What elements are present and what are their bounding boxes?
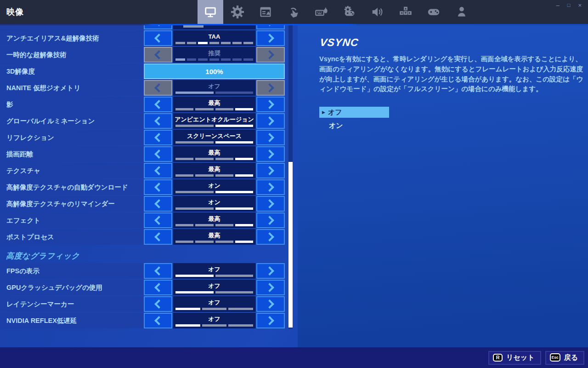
- setting-row: アンチエイリアス&超解像技術 TAA: [0, 30, 285, 46]
- setting-value-box[interactable]: 最高: [173, 163, 255, 178]
- setting-value: スクリーンスペース: [173, 130, 255, 141]
- chevron-left-icon: [154, 266, 164, 276]
- reset-button[interactable]: R リセット: [488, 351, 541, 365]
- decrease-button[interactable]: [144, 146, 172, 162]
- resolution-slider[interactable]: 100%: [144, 63, 285, 79]
- setting-value-box[interactable]: スクリーンスペース: [173, 130, 255, 145]
- segment: [235, 224, 253, 226]
- setting-value-box[interactable]: オフ: [173, 280, 255, 295]
- increase-button[interactable]: [256, 196, 285, 212]
- decrease-button[interactable]: [144, 280, 172, 295]
- tab-audio[interactable]: [363, 0, 391, 24]
- back-button-label: 戻る: [564, 353, 578, 362]
- setting-value-box[interactable]: オフ: [173, 263, 255, 279]
- increase-button[interactable]: [256, 25, 285, 29]
- segment: [235, 174, 253, 177]
- increase-button[interactable]: [256, 213, 285, 228]
- setting-value-box[interactable]: オフ: [173, 313, 255, 328]
- increase-button[interactable]: [256, 113, 285, 129]
- tab-account[interactable]: [447, 0, 475, 24]
- setting-value-box[interactable]: TAA: [173, 30, 255, 46]
- decrease-button[interactable]: [144, 97, 172, 112]
- chevron-left-icon: [154, 34, 164, 43]
- increase-button[interactable]: [256, 296, 285, 312]
- setting-value-box[interactable]: オフ: [173, 296, 255, 312]
- setting-value-box[interactable]: オン: [173, 179, 255, 195]
- decrease-button[interactable]: [144, 229, 172, 245]
- increase-button[interactable]: [256, 130, 285, 145]
- increase-button[interactable]: [256, 263, 285, 279]
- setting-value-box[interactable]: オン: [173, 196, 255, 212]
- chevron-left-icon: [154, 166, 164, 175]
- decrease-button[interactable]: [144, 296, 172, 312]
- decrease-button[interactable]: [144, 313, 172, 328]
- segment: [215, 174, 233, 177]
- decrease-button[interactable]: [144, 179, 172, 195]
- key-badge-esc: Esc: [550, 353, 560, 362]
- tab-video-display[interactable]: [198, 0, 223, 24]
- maximize-icon[interactable]: □: [567, 2, 571, 8]
- decrease-button[interactable]: [144, 30, 172, 46]
- chevron-left-icon: [154, 316, 164, 325]
- setting-row: テクスチャ 最高: [0, 163, 285, 178]
- setting-value-box: 推奨: [173, 47, 255, 63]
- touch-icon: [287, 5, 300, 19]
- vsync-option-selected[interactable]: ▶オフ: [319, 107, 389, 118]
- setting-value-box[interactable]: [173, 25, 255, 29]
- tab-keyboard-mouse[interactable]: [307, 0, 335, 24]
- chevron-right-icon: [265, 100, 274, 109]
- tab-controller-options[interactable]: [335, 0, 363, 24]
- setting-value-box[interactable]: 最高: [173, 229, 255, 245]
- setting-row: 高解像度テクスチャのリマインダー オン: [0, 196, 285, 212]
- decrease-button[interactable]: [144, 196, 172, 212]
- back-button[interactable]: Esc 戻る: [545, 351, 584, 365]
- increase-button[interactable]: [256, 97, 285, 112]
- tab-interface[interactable]: [251, 0, 279, 24]
- setting-value-box[interactable]: 最高: [173, 97, 255, 112]
- setting-value-box[interactable]: アンビエントオクルージョン: [173, 113, 255, 129]
- setting-label: 描画距離: [0, 146, 144, 162]
- setting-value-box[interactable]: 最高: [173, 146, 255, 162]
- setting-label: GPUクラッシュデバッグの使用: [0, 280, 144, 295]
- increase-button[interactable]: [256, 229, 285, 245]
- decrease-button[interactable]: [144, 25, 172, 29]
- chevron-right-icon: [265, 34, 274, 43]
- option-label: オフ: [328, 108, 342, 117]
- increase-button[interactable]: [256, 313, 285, 328]
- setting-label: テクスチャ: [0, 163, 144, 178]
- close-icon[interactable]: ×: [578, 2, 582, 8]
- segment: [175, 92, 214, 94]
- increase-button[interactable]: [256, 163, 285, 178]
- increase-button[interactable]: [256, 179, 285, 195]
- setting-row: リフレクション スクリーンスペース: [0, 130, 285, 145]
- chevron-right-icon: [265, 116, 274, 126]
- setting-label: レイテンシーマーカー: [0, 296, 144, 312]
- detail-description: Vsyncを有効にすると、常時レンダリングを実行し、画面全域を表示することにより…: [319, 54, 583, 94]
- tab-touch[interactable]: [279, 0, 307, 24]
- segment: [175, 275, 214, 277]
- segment: [235, 241, 253, 243]
- value-segments: [175, 224, 253, 226]
- decrease-button[interactable]: [144, 213, 172, 228]
- tab-input[interactable]: [391, 0, 419, 24]
- decrease-button[interactable]: [144, 163, 172, 178]
- setting-value: 最高: [173, 229, 255, 241]
- tab-game-settings[interactable]: [223, 0, 251, 24]
- decrease-button[interactable]: [144, 263, 172, 279]
- segment: [215, 224, 233, 226]
- decrease-button[interactable]: [144, 113, 172, 129]
- minimize-icon[interactable]: –: [556, 2, 560, 8]
- increase-button[interactable]: [256, 30, 285, 46]
- chevron-left-icon: [154, 232, 164, 242]
- increase-button[interactable]: [256, 146, 285, 162]
- vsync-option-unselected[interactable]: ▶オン: [319, 120, 396, 131]
- increase-button[interactable]: [256, 280, 285, 295]
- setting-value: 最高: [173, 146, 255, 158]
- chevron-left-icon: [154, 25, 164, 26]
- scrollbar-thumb[interactable]: [288, 162, 293, 328]
- segment: [175, 191, 214, 193]
- tab-controller[interactable]: [419, 0, 447, 24]
- setting-value-box[interactable]: 最高: [173, 213, 255, 228]
- decrease-button[interactable]: [144, 130, 172, 145]
- setting-value: オフ: [173, 80, 255, 92]
